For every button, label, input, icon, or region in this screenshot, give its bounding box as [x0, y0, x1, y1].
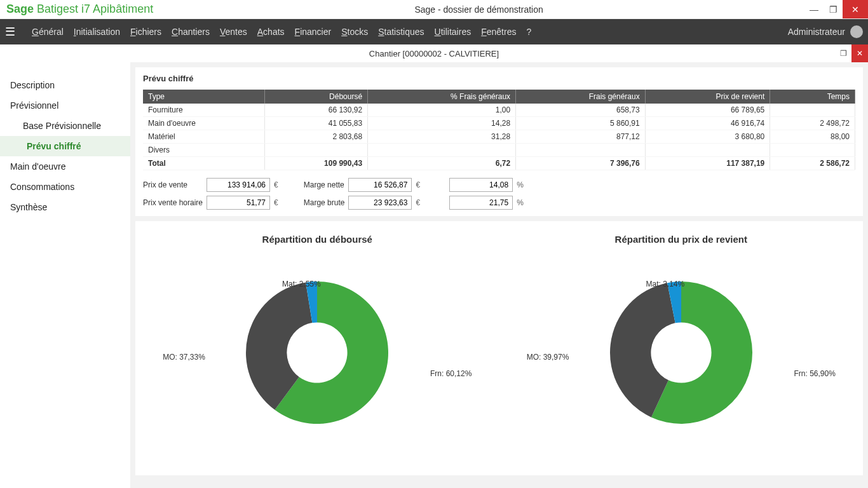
prix-vente-label: Prix de vente — [143, 180, 203, 189]
user-icon[interactable] — [850, 25, 863, 38]
col-header: Prix de revient — [645, 90, 770, 104]
chart-slice-label: Mat: 3,14% — [646, 280, 685, 288]
table-row[interactable]: Matériel2 803,6831,28877,123 680,8088,00 — [143, 130, 855, 144]
donut-chart: Répartition du prix de revientFrn: 56,90… — [506, 234, 857, 463]
menu-item-ventes[interactable]: Ventes — [220, 27, 247, 37]
marge-nette-input[interactable] — [348, 178, 412, 192]
chantier-title: Chantier [00000002 - CALVITIERE] — [369, 49, 499, 58]
sidebar-item-main-d-oeuvre[interactable]: Main d'oeuvre — [0, 156, 130, 177]
chart-title: Répartition du déboursé — [142, 234, 493, 245]
menu-item-fenêtres[interactable]: Fenêtres — [481, 27, 516, 37]
marge-brute-input[interactable] — [348, 196, 412, 210]
prix-vente-horaire-input[interactable] — [207, 196, 270, 210]
menu-burger-icon[interactable]: ☰ — [5, 25, 20, 39]
col-header: Temps — [770, 90, 855, 104]
unit-euro: € — [416, 180, 420, 189]
sidebar-item-pr-vu-chiffr-[interactable]: Prévu chiffré — [0, 136, 130, 156]
chart-slice-label: Frn: 60,12% — [430, 369, 471, 378]
chart-slice-label: Mat: 2,55% — [282, 280, 321, 288]
sidebar: DescriptionPrévisionnelBase Prévisionnel… — [0, 62, 130, 488]
titlebar: Sage Batigest i7 Apibâtiment Sage - doss… — [0, 0, 868, 19]
col-header: Déboursé — [265, 90, 368, 104]
section-title: Prévu chiffré — [143, 74, 855, 83]
chart-slice-label: Frn: 56,90% — [794, 369, 835, 378]
menu-item-initialisation[interactable]: Initialisation — [74, 27, 120, 37]
menu-item-général[interactable]: Général — [32, 27, 64, 37]
col-header: Type — [143, 90, 265, 104]
app-title: Sage Batigest i7 Apibâtiment — [6, 3, 153, 16]
close-button[interactable]: ✕ — [843, 0, 868, 18]
menu-item-fichiers[interactable]: Fichiers — [130, 27, 161, 37]
prix-vente-horaire-label: Prix vente horaire — [143, 198, 203, 207]
marge-brute-pct-input[interactable] — [449, 196, 513, 210]
unit-euro: € — [274, 198, 278, 207]
menu-item-utilitaires[interactable]: Utilitaires — [435, 27, 471, 37]
summary-row: Prix de vente € Prix vente horaire € Mar… — [143, 170, 855, 210]
unit-euro: € — [416, 198, 420, 207]
minimize-button[interactable]: — — [804, 0, 824, 18]
sidebar-item-synth-se[interactable]: Synthèse — [0, 197, 130, 217]
unit-pct: % — [517, 180, 524, 189]
chart-slice-label: MO: 39,97% — [527, 353, 569, 362]
sidebar-item-consommations[interactable]: Consommations — [0, 177, 130, 197]
sidebar-item-description[interactable]: Description — [0, 75, 130, 95]
mdi-close-button[interactable]: ✕ — [851, 44, 868, 62]
document-title: Sage - dossier de démonstration — [153, 4, 804, 15]
brand-label: Sage — [6, 3, 34, 15]
chart-panel: Répartition du débourséFrn: 60,12%MO: 37… — [135, 221, 863, 475]
table-row[interactable]: Divers — [143, 144, 855, 157]
marge-brute-label: Marge brute — [304, 198, 345, 207]
sidebar-item-base-pr-visionnelle[interactable]: Base Prévisionnelle — [0, 116, 130, 136]
menu-item-statistiques[interactable]: Statistiques — [378, 27, 424, 37]
table-row[interactable]: Main d'oeuvre41 055,8314,285 860,9146 91… — [143, 117, 855, 130]
user-label[interactable]: Administrateur — [788, 27, 845, 37]
prevu-table: TypeDéboursé% Frais générauxFrais généra… — [143, 90, 855, 170]
table-row[interactable]: Fourniture66 130,921,00658,7366 789,65 — [143, 104, 855, 117]
chart-slice-label: MO: 37,33% — [163, 353, 205, 362]
unit-euro: € — [274, 180, 278, 189]
marge-nette-label: Marge nette — [304, 180, 345, 189]
restore-button[interactable]: ❐ — [824, 0, 843, 18]
menu-item-achats[interactable]: Achats — [257, 27, 285, 37]
donut-chart: Répartition du débourséFrn: 60,12%MO: 37… — [142, 234, 493, 463]
document-subbar: Chantier [00000002 - CALVITIERE] ❐ ✕ — [0, 44, 868, 62]
window-controls: — ❐ ✕ — [804, 0, 868, 18]
col-header: Frais généraux — [516, 90, 646, 104]
mdi-restore-button[interactable]: ❐ — [835, 44, 851, 62]
col-header: % Frais généraux — [368, 90, 516, 104]
product-label: Batigest i7 Apibâtiment — [37, 3, 153, 15]
table-total-row: Total109 990,436,727 396,76117 387,192 5… — [143, 157, 855, 170]
marge-nette-pct-input[interactable] — [449, 178, 513, 192]
menu-item-financier[interactable]: Financier — [295, 27, 332, 37]
menu-item-?[interactable]: ? — [526, 27, 531, 37]
main-area: Prévu chiffré TypeDéboursé% Frais généra… — [130, 62, 868, 488]
chart-title: Répartition du prix de revient — [506, 234, 857, 245]
sidebar-item-pr-visionnel[interactable]: Prévisionnel — [0, 95, 130, 116]
prix-vente-input[interactable] — [207, 178, 270, 192]
menu-item-chantiers[interactable]: Chantiers — [172, 27, 210, 37]
menu-item-stocks[interactable]: Stocks — [341, 27, 368, 37]
menubar: ☰ GénéralInitialisationFichiersChantiers… — [0, 19, 868, 44]
unit-pct: % — [517, 198, 524, 207]
